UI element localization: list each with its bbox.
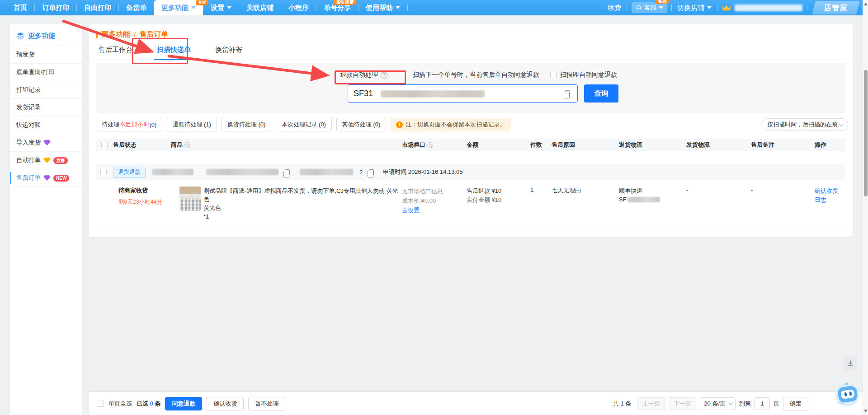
sidebar-item-express-reconcile[interactable]: 快递对账: [10, 117, 82, 134]
service-badge: 客服: [655, 0, 670, 4]
product-info: 测试品牌【商派-通用】虚拟商品不发货，请勿下单,CJ专用其他人勿动 荧光色 荧光…: [203, 187, 401, 221]
auto-agree-scan-checkbox[interactable]: [550, 72, 557, 78]
auto-agree-next-option[interactable]: 扫描下一个单号时，当前售后单自动同意退款: [403, 71, 539, 79]
status-badge: 退货退款: [113, 167, 146, 178]
tab-exchange-reship[interactable]: 换货补寄: [212, 46, 245, 60]
auto-agree-next-checkbox[interactable]: [403, 72, 409, 78]
save-express-fee-badge: 省快递费: [333, 0, 357, 5]
col-market-stall: 市场档口: [402, 141, 467, 149]
order-row-checkbox[interactable]: [100, 169, 107, 175]
confirm-receive-link[interactable]: 确认收货: [815, 187, 845, 196]
sidebar-item-ship-records[interactable]: 发货记录: [10, 99, 82, 117]
aftersale-reason: 七天无理由: [552, 187, 581, 194]
row-product-cell: 测试品牌【商派-通用】虚拟商品不发货，请勿下单,CJ专用其他人勿动 荧光色 荧光…: [171, 187, 402, 221]
page-size-value: 20 条/页: [704, 400, 726, 408]
chevron-down-icon: [396, 6, 400, 9]
auto-agree-scan-option[interactable]: 扫描即自动同意退款: [550, 71, 617, 79]
nav-stock-list[interactable]: 备货单: [119, 0, 154, 15]
account-info[interactable]: [717, 5, 807, 11]
copy-icon[interactable]: [369, 169, 374, 175]
stall-setup-link[interactable]: 去设置: [402, 205, 467, 215]
nav-order-print[interactable]: 订单打印: [35, 0, 76, 15]
nav-help[interactable]: 使用帮助: [359, 0, 407, 15]
sidebar-item-aftersale-orders[interactable]: 售后订单 NEW: [10, 169, 82, 187]
filter-session-records[interactable]: 本次处理记录 (0): [276, 118, 332, 131]
filter-label: 待处理: [102, 121, 119, 129]
selected-summary: 已选 0 条: [137, 400, 160, 408]
sidebar-header: 更多功能: [10, 24, 82, 46]
chevron-down-icon: [707, 6, 712, 9]
filter-row: 待处理不足12小时 (0) 退款待处理 (1) 换货待处理 (0) 本次处理记录…: [89, 118, 853, 131]
next-page-button[interactable]: 下一页: [669, 397, 696, 410]
nav-mini-program[interactable]: 小程序: [281, 0, 316, 15]
warning-icon: [396, 121, 403, 128]
nav-free-print[interactable]: 自由打印: [77, 0, 118, 15]
sidebar-item-auto-print[interactable]: 自动打单 直播: [10, 152, 82, 169]
download-icon: [847, 360, 854, 367]
breadcrumb-section[interactable]: 更多功能: [101, 30, 130, 39]
scroll-up-arrow-icon[interactable]: [864, 3, 868, 5]
select-all-rows-checkbox[interactable]: [101, 142, 108, 148]
tab-aftersale-workbench[interactable]: 售后工作台: [96, 46, 135, 60]
product-image[interactable]: [179, 187, 201, 211]
sidebar-item-print-records[interactable]: 打印记录: [10, 81, 82, 99]
purple-gem-icon: [43, 175, 51, 181]
gear-icon[interactable]: [184, 142, 190, 148]
product-title[interactable]: 测试品牌【商派-通用】虚拟商品不发货，请勿下单,CJ专用其他人勿动 荧光色: [203, 187, 401, 204]
sidebar-item-import-ship[interactable]: 导入发货: [10, 134, 82, 152]
nav-more-features[interactable]: 更多功能 hot: [154, 0, 203, 15]
nav-divider: [807, 5, 807, 11]
filter-refund-pending[interactable]: 退款待处理 (1): [167, 118, 217, 131]
filter-pending-under-12h[interactable]: 待处理不足12小时 (0): [96, 118, 162, 131]
filter-exchange-pending[interactable]: 换货待处理 (0): [222, 118, 272, 131]
log-link[interactable]: 日志: [815, 196, 845, 205]
help-icon[interactable]: [381, 72, 387, 79]
handle-later-button[interactable]: 暂不处理: [248, 397, 285, 410]
gear-icon[interactable]: [427, 142, 433, 148]
copy-icon[interactable]: [285, 169, 290, 175]
main-content: 更多功能 / 售后订单 售后工作台 扫描快递单 换货补寄 退款自动处理 扫描下一…: [89, 24, 853, 237]
scrollbar-thumb[interactable]: [864, 70, 868, 196]
deadline-countdown: 剩6天23小时44分: [113, 198, 171, 206]
agree-refund-button[interactable]: 同意退款: [165, 397, 202, 410]
query-button[interactable]: 查询: [584, 84, 618, 103]
sort-order-select[interactable]: 按扫描时间，后扫描的在前: [761, 118, 848, 131]
account-name-blurred: [735, 5, 802, 11]
nav-tracking-share[interactable]: 单号分享 省快递费: [316, 0, 358, 15]
assistant-robot-button[interactable]: [831, 379, 861, 409]
col-actions: 操作: [815, 141, 845, 149]
nav-home[interactable]: 首页: [6, 0, 34, 15]
nav-settings[interactable]: 设置: [203, 0, 239, 15]
select-all-page-checkbox[interactable]: [98, 401, 104, 407]
filter-other-pending[interactable]: 其他待处理 (0): [336, 118, 387, 131]
copy-icon[interactable]: [565, 90, 570, 96]
download-float-button[interactable]: [844, 357, 857, 370]
layers-icon: [16, 33, 24, 40]
product-sku: 荧光色: [203, 204, 401, 212]
confirm-receive-button[interactable]: 确认收货: [207, 397, 244, 410]
page-size-select[interactable]: 20 条/页: [700, 397, 736, 410]
purple-gem-icon: [43, 140, 51, 146]
header-checkbox-cell: [96, 142, 113, 148]
prev-page-button[interactable]: 上一页: [637, 397, 665, 410]
hot-badge: hot: [196, 0, 208, 5]
chevron-down-icon: [191, 6, 196, 9]
scroll-down-arrow-icon[interactable]: [864, 410, 868, 412]
nav-linked-shops[interactable]: 关联店铺: [239, 0, 281, 15]
return-courier: 顺丰快递: [619, 187, 686, 195]
goto-confirm-button[interactable]: 确定: [783, 397, 808, 410]
customer-service-button[interactable]: 客服 客服: [632, 2, 667, 13]
renew-button[interactable]: 续费: [602, 0, 627, 15]
nav-home-label: 首页: [14, 4, 27, 12]
page-scrollbar[interactable]: [863, 0, 868, 415]
aftersale-number-suffix: 2: [359, 169, 363, 176]
chevron-down-icon: [839, 122, 844, 126]
brand-logo: 店管家: [812, 1, 859, 14]
sidebar-item-pre-ship[interactable]: 预发货: [10, 46, 82, 64]
crown-icon: [722, 5, 731, 11]
tab-scan-express[interactable]: 扫描快递单: [154, 46, 193, 60]
switch-shop-button[interactable]: 切换店铺: [672, 0, 717, 15]
page-number-input[interactable]: [755, 397, 770, 410]
nav-help-label: 使用帮助: [366, 4, 393, 12]
sidebar-item-receipt-query[interactable]: 底单查询/打印: [10, 64, 82, 81]
